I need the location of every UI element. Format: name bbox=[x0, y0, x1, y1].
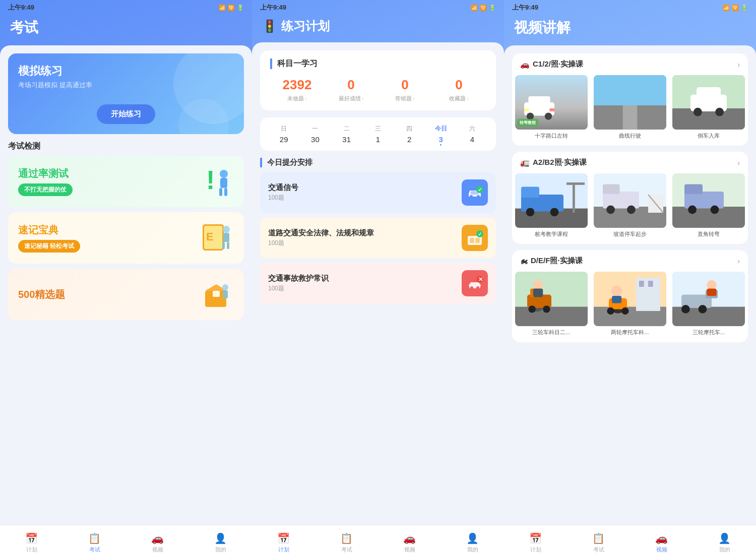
stat-fav[interactable]: 0 收藏题 › bbox=[432, 77, 486, 102]
schedule-item-0[interactable]: 交通信号 100题 ✓ bbox=[260, 172, 496, 213]
time-2: 上午9:49 bbox=[260, 3, 286, 12]
svg-text:✓: ✓ bbox=[478, 231, 482, 237]
nav-mine-icon-1: 👤 bbox=[214, 532, 227, 544]
cal-day-1[interactable]: 一 30 bbox=[299, 125, 331, 144]
video-thumb-img-c12-2 bbox=[672, 75, 745, 130]
video-content: 🚗 C1/2/照·实操课 › 转弯教程 bbox=[504, 45, 756, 525]
exam-card-0[interactable]: 通过率测试 不打无把握的仗 ! bbox=[8, 156, 244, 207]
svg-rect-64 bbox=[684, 192, 724, 209]
bottom-nav-2: 📅 计划 📋 考试 🚗 视频 👤 我的 bbox=[252, 525, 504, 560]
video-title: 视频讲解 bbox=[514, 18, 746, 37]
svg-point-51 bbox=[550, 208, 559, 216]
video-thumb-c12-1[interactable]: 曲线行驶 bbox=[591, 75, 669, 140]
video-thumb-a2b2-2[interactable]: 直角转弯 bbox=[669, 173, 748, 238]
battery-icon: 🔋 bbox=[237, 5, 244, 11]
nav-mine-2[interactable]: 👤 我的 bbox=[441, 525, 504, 560]
nav-video-icon-3: 🚗 bbox=[655, 532, 668, 544]
panel-kaoshi: 上午9:49 📶 🛜 🔋 考试 模拟练习 考场习题模拟 提高通过率 开始练习 考… bbox=[0, 0, 252, 560]
video-section-c12-header[interactable]: 🚗 C1/2/照·实操课 › bbox=[512, 53, 748, 75]
nav-video-2[interactable]: 🚗 视频 bbox=[378, 525, 441, 560]
schedule-item-2[interactable]: 交通事故救护常识 100题 ✕ bbox=[260, 263, 496, 303]
plan-title-text: 练习计划 bbox=[281, 18, 330, 34]
schedule-item-2-info: 交通事故救护常识 100题 bbox=[268, 274, 329, 293]
cal-day-6[interactable]: 六 4 bbox=[457, 125, 488, 144]
svg-rect-11 bbox=[227, 242, 229, 249]
road-svg-c12-1 bbox=[594, 75, 666, 130]
video-thumb-label-c12-1: 曲线行驶 bbox=[594, 132, 666, 140]
schedule-item-0-title: 交通信号 bbox=[268, 183, 298, 193]
cal-day-name-6: 六 bbox=[457, 125, 488, 133]
truck-icon-a2b2: 🚛 bbox=[520, 158, 530, 167]
nav-video-3[interactable]: 🚗 视频 bbox=[630, 525, 693, 560]
svg-point-15 bbox=[222, 284, 228, 290]
video-thumb-a2b2-0[interactable]: 桩考教学课程 bbox=[512, 173, 591, 238]
exam-card-2-title: 500精选题 bbox=[18, 288, 199, 301]
stat-wrong[interactable]: 0 答错题 › bbox=[378, 77, 432, 102]
svg-point-28 bbox=[476, 286, 479, 289]
signal-icon: 📶 bbox=[219, 5, 226, 11]
nav-plan-2[interactable]: 📅 计划 bbox=[252, 525, 315, 560]
schedule-item-0-info: 交通信号 100题 bbox=[268, 183, 298, 202]
svg-point-93 bbox=[699, 305, 707, 314]
video-section-def-header[interactable]: 🏍 D/E/F照·实操课 › bbox=[512, 250, 748, 272]
status-icons-1: 📶 🛜 🔋 bbox=[219, 5, 244, 11]
svg-rect-41 bbox=[672, 108, 745, 130]
exam-card-0-badge: 不打无把握的仗 bbox=[18, 183, 73, 196]
video-thumb-def-1[interactable]: 两轮摩托车科... bbox=[591, 272, 669, 336]
cal-day-0[interactable]: 日 29 bbox=[268, 125, 299, 144]
stat-best-label: 最好成绩 › bbox=[324, 95, 378, 102]
time-1: 上午9:49 bbox=[8, 3, 34, 12]
video-section-def: 🏍 D/E/F照·实操课 › bbox=[512, 250, 748, 342]
nav-mine-3[interactable]: 👤 我的 bbox=[693, 525, 756, 560]
video-thumbs-c12: 转弯教程 十字路口左转 bbox=[512, 75, 748, 146]
schedule-item-1[interactable]: 道路交通安全法律、法规和规章 100题 ✓ bbox=[260, 218, 496, 258]
cal-day-3[interactable]: 三 1 bbox=[362, 125, 394, 144]
status-bar-1: 上午9:49 📶 🛜 🔋 bbox=[0, 0, 252, 14]
cal-day-4[interactable]: 四 2 bbox=[394, 125, 425, 144]
video-thumb-img-def-1 bbox=[594, 272, 666, 326]
nav-mine-1[interactable]: 👤 我的 bbox=[189, 525, 252, 560]
svg-rect-36 bbox=[549, 108, 554, 111]
video-thumb-def-2[interactable]: 三轮摩托车... bbox=[669, 272, 748, 336]
stat-undone[interactable]: 2392 未做题 › bbox=[270, 77, 324, 102]
plan-header: 🚦 练习计划 bbox=[252, 14, 504, 42]
schedule-item-1-info: 道路交通安全法律、法规和规章 100题 bbox=[268, 228, 374, 247]
nav-exam-2[interactable]: 📋 考试 bbox=[315, 525, 378, 560]
video-thumb-c12-2[interactable]: 倒车入库 bbox=[669, 75, 748, 140]
svg-rect-95 bbox=[707, 289, 716, 296]
video-thumb-def-0[interactable]: 三轮车科目二... bbox=[512, 272, 591, 336]
nav-plan-1[interactable]: 📅 计划 bbox=[0, 525, 63, 560]
svg-rect-56 bbox=[603, 192, 639, 209]
nav-plan-3[interactable]: 📅 计划 bbox=[504, 525, 567, 560]
nav-exam-3[interactable]: 📋 考试 bbox=[567, 525, 630, 560]
video-section-c12-title: 🚗 C1/2/照·实操课 bbox=[520, 59, 583, 69]
exam-card-2[interactable]: 500精选题 bbox=[8, 269, 244, 320]
cal-day-name-today: 今日 bbox=[425, 125, 456, 133]
schedule-item-2-title: 交通事故救护常识 bbox=[268, 274, 329, 283]
svg-point-92 bbox=[681, 305, 690, 314]
start-practice-button[interactable]: 开始练习 bbox=[97, 104, 155, 124]
svg-point-73 bbox=[528, 305, 535, 313]
status-icons-3: 📶 🛜 🔋 bbox=[723, 5, 748, 11]
video-thumb-label-c12-0: 十字路口左转 bbox=[515, 132, 588, 140]
car-icon-c12: 🚗 bbox=[520, 60, 530, 69]
nav-video-label-1: 视频 bbox=[152, 546, 163, 553]
video-thumb-img-a2b2-2 bbox=[672, 173, 745, 228]
battery-icon-2: 🔋 bbox=[489, 5, 496, 11]
nav-exam-1[interactable]: 📋 考试 bbox=[63, 525, 126, 560]
cal-day-num-0: 29 bbox=[268, 135, 299, 144]
cal-day-2[interactable]: 二 31 bbox=[331, 125, 362, 144]
stat-best[interactable]: 0 最好成绩 › bbox=[324, 77, 378, 102]
exam-cards-list: 通过率测试 不打无把握的仗 ! bbox=[8, 156, 244, 320]
svg-rect-69 bbox=[515, 307, 588, 326]
exam-card-1[interactable]: 速记宝典 速记秘籍 轻松考试 E bbox=[8, 212, 244, 264]
nav-plan-label-3: 计划 bbox=[530, 546, 541, 553]
video-section-a2b2-header[interactable]: 🚛 A2/B2照·实操课 › bbox=[512, 152, 748, 173]
chevron-icon-2: › bbox=[413, 96, 414, 101]
cal-day-today[interactable]: 今日 3 bbox=[425, 125, 456, 144]
video-thumb-a2b2-1[interactable]: 坡道停车起步 bbox=[591, 173, 669, 238]
video-thumb-c12-0[interactable]: 转弯教程 十字路口左转 bbox=[512, 75, 591, 140]
nav-video-1[interactable]: 🚗 视频 bbox=[126, 525, 189, 560]
def-arrow-icon: › bbox=[737, 257, 740, 265]
time-3: 上午9:49 bbox=[512, 3, 538, 12]
